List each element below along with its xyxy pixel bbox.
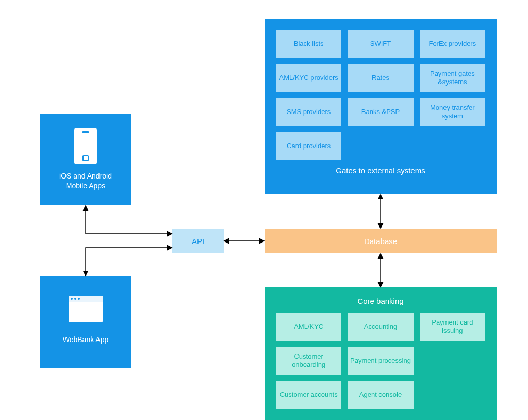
external-chip: SMS providers — [276, 98, 341, 126]
external-chip: Banks &PSP — [348, 98, 413, 126]
core-chip: Customer accounts — [276, 381, 341, 409]
core-banking-box: Core banking AML/KYC Accounting Payment … — [265, 287, 497, 420]
core-chip: Accounting — [348, 313, 413, 341]
core-chip: Payment card issuing — [420, 313, 485, 341]
external-chip: Rates — [348, 64, 413, 92]
core-chip: Customer onboarding — [276, 347, 341, 375]
webbank-caption: WebBank App — [40, 335, 131, 345]
mobile-apps-tile: iOS and Android Mobile Apps — [40, 114, 131, 205]
external-chip: Payment gates &systems — [420, 64, 485, 92]
mobile-apps-caption: iOS and Android Mobile Apps — [40, 171, 131, 191]
external-chip: AML/KYC providers — [276, 64, 341, 92]
external-chip: Card providers — [276, 132, 341, 160]
core-chip: Payment processing — [348, 347, 413, 375]
core-chip: AML/KYC — [276, 313, 341, 341]
api-label: API — [192, 237, 204, 246]
phone-icon — [74, 128, 97, 164]
external-systems-title: Gates to external systems — [276, 166, 485, 175]
external-chip-grid: Black lists SWIFT ForEx providers AML/KY… — [276, 30, 485, 160]
core-chip: Agent console — [348, 381, 413, 409]
external-chip: Money transfer system — [420, 98, 485, 126]
arrow-mobile-api — [86, 206, 171, 234]
external-chip: SWIFT — [348, 30, 413, 58]
mobile-apps-caption-line2: Mobile Apps — [66, 182, 105, 190]
external-systems-box: Black lists SWIFT ForEx providers AML/KY… — [265, 19, 497, 194]
core-chip-grid: AML/KYC Accounting Payment card issuing … — [276, 313, 485, 409]
arrow-web-api — [86, 248, 171, 275]
core-banking-title: Core banking — [276, 297, 485, 305]
database-box: Database — [265, 229, 497, 253]
webbank-tile: WebBank App — [40, 276, 131, 368]
database-label: Database — [364, 237, 397, 246]
mobile-apps-caption-line1: iOS and Android — [59, 172, 112, 180]
browser-window-icon — [69, 296, 103, 322]
external-chip: ForEx providers — [420, 30, 485, 58]
external-chip: Black lists — [276, 30, 341, 58]
api-box: API — [172, 229, 224, 253]
